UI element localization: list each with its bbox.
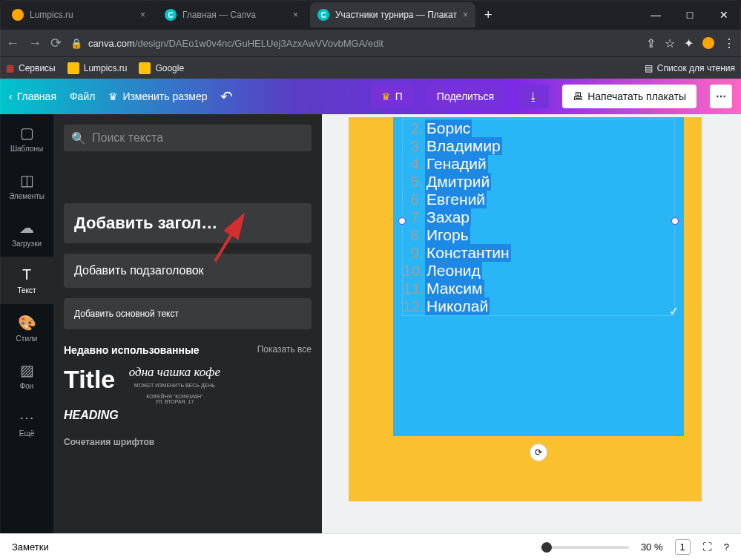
list-item: 2.Борис xyxy=(403,119,674,137)
profile-avatar[interactable] xyxy=(702,37,714,49)
folder-icon xyxy=(67,62,79,74)
url-field[interactable]: 🔒 canva.com/design/DAEo1w0v4nc/GuHELUej3… xyxy=(70,38,637,49)
share-button[interactable]: Поделиться xyxy=(427,85,504,108)
chevron-left-icon: ‹ xyxy=(9,90,13,102)
close-icon[interactable]: × xyxy=(140,10,145,20)
more-icon: ⋯ xyxy=(19,409,34,426)
browser-tab[interactable]: C Участники турнира — Плакат × xyxy=(310,2,475,27)
elements-icon: ◫ xyxy=(20,171,34,189)
list-icon: ▤ xyxy=(645,63,653,73)
new-tab-button[interactable]: + xyxy=(475,7,501,23)
close-icon[interactable]: × xyxy=(463,10,468,20)
folder-icon xyxy=(139,62,151,74)
rail-uploads[interactable]: ☁Загрузки xyxy=(0,209,53,257)
templates-icon: ▢ xyxy=(20,124,34,142)
bookmark-item[interactable]: Lumpics.ru xyxy=(67,62,128,74)
list-item: 11.Максим xyxy=(403,280,674,297)
minimize-button[interactable]: ― xyxy=(639,0,673,30)
notes-button[interactable]: Заметки xyxy=(12,541,49,553)
list-item: 9.Константин xyxy=(403,244,674,262)
list-item: 10.Леонид xyxy=(403,262,674,280)
crown-icon: ♛ xyxy=(108,90,118,102)
fullscreen-button[interactable]: ⛶ xyxy=(702,541,712,553)
palette-icon: 🎨 xyxy=(18,314,36,332)
menu-button[interactable]: ⋮ xyxy=(723,36,735,50)
font-combos-header: Сочетания шрифтов xyxy=(64,437,312,447)
list-item: 7.Захар xyxy=(403,208,674,226)
file-menu[interactable]: Файл xyxy=(70,90,95,102)
rail-more[interactable]: ⋯Ещё xyxy=(0,399,53,447)
close-icon[interactable]: × xyxy=(293,10,298,20)
window-titlebar: Lumpics.ru × C Главная — Canva × C Участ… xyxy=(0,0,741,30)
bookmark-services[interactable]: ▦Сервисы xyxy=(6,63,56,73)
search-input[interactable]: 🔍 Поиск текста xyxy=(64,125,312,151)
list-item: 3.Владимир xyxy=(403,137,674,155)
rail-templates[interactable]: ▢Шаблоны xyxy=(0,114,53,162)
cloud-icon: ☁ xyxy=(19,219,34,237)
check-icon[interactable]: ✓ xyxy=(669,304,679,318)
more-button[interactable]: ⋯ xyxy=(710,85,732,108)
print-icon: 🖶 xyxy=(573,90,583,102)
undo-button[interactable]: ↶ xyxy=(220,88,233,105)
browser-tab[interactable]: C Главная — Canva × xyxy=(157,2,306,27)
list-item: 8.Игорь xyxy=(403,226,674,244)
bookmark-item[interactable]: Google xyxy=(139,62,184,74)
text-panel: 🔍 Поиск текста Добавить загол… Добавить … xyxy=(53,114,322,533)
add-heading-button[interactable]: Добавить загол… xyxy=(64,203,312,243)
forward-button[interactable]: → xyxy=(28,36,42,51)
slider-knob[interactable] xyxy=(541,542,552,553)
print-button[interactable]: 🖶 Напечатать плакаты xyxy=(562,85,696,108)
home-button[interactable]: ‹ Главная xyxy=(9,90,56,102)
maximize-button[interactable]: □ xyxy=(673,0,707,30)
favicon-icon: C xyxy=(165,9,177,21)
text-box[interactable]: ✓ 2.Борис3.Владимир4.Генадий5.Дмитрий6.Е… xyxy=(402,119,675,316)
browser-tab[interactable]: Lumpics.ru × xyxy=(4,2,153,27)
search-icon: 🔍 xyxy=(71,131,86,145)
resize-button[interactable]: ♛ Изменить размер xyxy=(108,90,207,102)
resize-handle[interactable] xyxy=(398,217,406,225)
crown-icon: ♛ xyxy=(381,90,391,102)
tab-title: Lumpics.ru xyxy=(30,10,73,20)
rail-background[interactable]: ▨Фон xyxy=(0,352,53,399)
share-icon[interactable]: ⇪ xyxy=(646,36,656,50)
show-all-link[interactable]: Показать все xyxy=(257,344,312,356)
bookmarks-bar: ▦Сервисы Lumpics.ru Google ▤ Список для … xyxy=(0,56,741,79)
list-item: 6.Евгений xyxy=(403,191,674,208)
canva-topbar: ‹ Главная Файл ♛ Изменить размер ↶ ♛ П П… xyxy=(0,79,741,114)
close-button[interactable]: ✕ xyxy=(707,0,741,30)
side-rail: ▢Шаблоны ◫Элементы ☁Загрузки TТекст 🎨Сти… xyxy=(0,114,53,533)
rail-text[interactable]: TТекст xyxy=(0,257,53,304)
reading-list[interactable]: ▤ Список для чтения xyxy=(645,63,735,73)
poster[interactable]: ✓ 2.Борис3.Владимир4.Генадий5.Дмитрий6.Е… xyxy=(349,117,702,501)
resize-handle[interactable] xyxy=(671,217,679,225)
recently-used-header: Недавно использованные Показать все xyxy=(64,344,312,356)
crown-badge[interactable]: ♛ П xyxy=(371,85,413,108)
canvas-area[interactable]: ✓ 2.Борис3.Владимир4.Генадий5.Дмитрий6.Е… xyxy=(322,114,741,533)
rotate-handle[interactable]: ⟳ xyxy=(530,444,547,461)
star-icon[interactable]: ☆ xyxy=(665,36,675,50)
poster-inner: ✓ 2.Борис3.Владимир4.Генадий5.Дмитрий6.Е… xyxy=(393,117,684,436)
favicon-icon: C xyxy=(317,9,329,21)
page-indicator[interactable]: 1 xyxy=(675,539,691,555)
zoom-value: 30 % xyxy=(641,541,663,553)
list-item: 12.Николай xyxy=(403,297,674,315)
bottom-bar: Заметки 30 % 1 ⛶ ? xyxy=(0,533,741,560)
extension-icon[interactable]: ✦ xyxy=(684,36,694,50)
zoom-slider[interactable] xyxy=(540,546,629,549)
tab-title: Участники турнира — Плакат xyxy=(335,10,457,20)
reload-button[interactable]: ⟳ xyxy=(50,35,62,51)
download-icon: ⭳ xyxy=(528,90,539,102)
back-button[interactable]: ← xyxy=(6,36,19,51)
text-template[interactable]: одна чашка кофе МОЖЕТ ИЗМЕНИТЬ ВЕСЬ ДЕНЬ… xyxy=(129,365,220,422)
add-subheading-button[interactable]: Добавить подзаголовок xyxy=(64,254,312,288)
rail-elements[interactable]: ◫Элементы xyxy=(0,162,53,209)
tab-title: Главная — Canva xyxy=(182,10,256,20)
rail-styles[interactable]: 🎨Стили xyxy=(0,304,53,352)
text-icon: T xyxy=(22,266,31,283)
download-button[interactable]: ⭳ xyxy=(518,85,549,108)
address-bar: ← → ⟳ 🔒 canva.com/design/DAEo1w0v4nc/GuH… xyxy=(0,30,741,56)
add-body-button[interactable]: Добавить основной текст xyxy=(64,298,312,329)
list-item: 5.Дмитрий xyxy=(403,173,674,191)
text-template[interactable]: Title HEADING xyxy=(64,365,119,422)
help-button[interactable]: ? xyxy=(724,541,729,553)
